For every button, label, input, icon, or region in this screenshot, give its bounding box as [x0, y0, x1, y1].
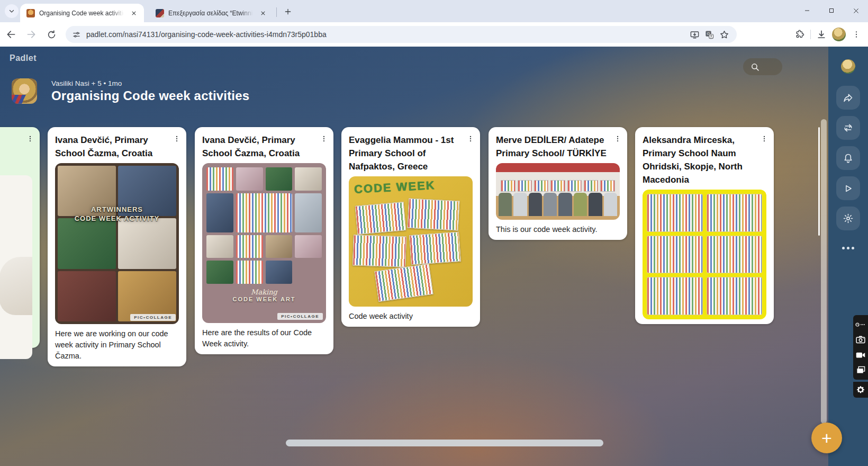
notifications-button[interactable] [836, 146, 860, 170]
post-image[interactable]: Making CODE WEEK ART PIC•COLLAGE [202, 163, 326, 323]
minimize-button[interactable] [795, 0, 819, 21]
post-title: Aleksandra Mirceska, Primary School Naum… [643, 131, 759, 186]
vertical-scrollbar-thumb[interactable] [818, 127, 820, 236]
extensions-button[interactable] [792, 27, 807, 42]
board-author-avatar[interactable] [12, 78, 37, 104]
kebab-menu-icon [320, 135, 328, 143]
browser-profile-avatar[interactable] [832, 28, 846, 41]
post-description: Here are the results of our Code Week ac… [202, 327, 326, 350]
card-menu-button[interactable] [465, 132, 476, 145]
collage-caption: CODE WEEK [354, 178, 436, 196]
remake-loop-icon [843, 122, 854, 133]
photo-cell [236, 167, 263, 191]
collage-caption: Making CODE WEEK ART [202, 288, 326, 302]
post-card-partial[interactable] [0, 127, 40, 348]
translate-button[interactable]: G [702, 27, 717, 42]
url-text[interactable]: padlet.com/nasi74131/organising-code-wee… [86, 30, 687, 39]
post-card[interactable]: Aleksandra Mirceska, Primary School Naum… [635, 127, 774, 324]
search-icon [751, 62, 760, 71]
tab-close-icon[interactable] [258, 8, 268, 18]
copy-windows-icon[interactable] [855, 365, 866, 375]
capture-settings-gear-icon[interactable] [853, 382, 868, 398]
artwork-sheet [408, 199, 460, 231]
post-image[interactable]: ARTWINNERS CODE WEEK ACTIVITY PIC•COLLAG… [55, 163, 179, 324]
address-bar[interactable]: padlet.com/nasi74131/organising-code-wee… [66, 26, 737, 43]
post-image[interactable] [643, 190, 766, 319]
kebab-menu-icon [761, 135, 768, 143]
close-icon [853, 7, 860, 14]
photo-cell [647, 194, 703, 232]
reload-button[interactable] [42, 25, 60, 43]
post-card[interactable]: Ivana Devčić, Primary School Čazma, Croa… [48, 127, 186, 366]
site-settings-tune-icon[interactable] [72, 30, 81, 39]
post-image[interactable] [496, 163, 620, 220]
share-button[interactable] [836, 86, 860, 110]
post-title: Ivana Devčić, Primary School Čazma, Croa… [202, 131, 319, 160]
post-card[interactable]: Ivana Devčić, Primary School Čazma, Croa… [195, 127, 333, 354]
photo-cell [58, 218, 116, 268]
kebab-menu-icon [173, 135, 180, 143]
back-arrow-icon [6, 29, 16, 40]
vertical-scrollbar-track[interactable] [821, 119, 827, 424]
capture-menu-icon[interactable] [855, 319, 866, 330]
tab-etwinning[interactable]: Επεξεργασία σελίδας “Etwinnin [149, 4, 273, 22]
card-menu-button[interactable] [171, 132, 182, 145]
kebab-menu-icon [467, 135, 474, 143]
more-options-button[interactable] [836, 241, 860, 254]
settings-button[interactable] [836, 207, 860, 230]
photo-collage [202, 163, 326, 288]
slideshow-button[interactable] [836, 176, 860, 200]
photo-cell [707, 236, 763, 274]
photo-cell [266, 167, 293, 191]
padlet-sidebar [828, 47, 868, 466]
horizontal-scrollbar-thumb[interactable] [286, 440, 603, 446]
tab-favicon [156, 9, 164, 17]
photo-cell [647, 236, 703, 274]
kebab-menu-icon [26, 135, 34, 143]
downloads-button[interactable] [814, 27, 829, 42]
post-card[interactable]: Evaggelia Mammou - 1st Primary School of… [341, 127, 480, 327]
maximize-button[interactable] [819, 0, 844, 21]
forward-button[interactable] [22, 25, 40, 43]
minimize-icon [804, 7, 810, 14]
photo-cell [266, 261, 293, 284]
back-button[interactable] [2, 25, 20, 43]
kebab-menu-icon [852, 30, 861, 39]
tab-divider [276, 7, 277, 17]
photo-cell [206, 167, 233, 191]
search-button[interactable] [743, 58, 782, 75]
card-menu-button[interactable] [319, 132, 329, 145]
tab-favicon [26, 9, 35, 17]
padlet-logo[interactable]: Padlet [10, 53, 37, 63]
record-video-icon[interactable] [855, 350, 866, 360]
tab-search-button[interactable] [5, 4, 19, 18]
photo-cell [236, 261, 263, 284]
artwork-sheet [352, 235, 406, 267]
screenshot-camera-icon[interactable] [855, 335, 866, 345]
photo-cell [206, 261, 233, 284]
user-avatar[interactable] [841, 59, 855, 74]
post-title: Evaggelia Mammou - 1st Primary School of… [349, 131, 465, 173]
post-title: Merve DEDİLER/ Adatepe Primary School/ T… [496, 131, 612, 160]
photo-cell [295, 193, 322, 232]
card-menu-button[interactable] [612, 132, 623, 145]
close-window-button[interactable] [844, 0, 868, 21]
bookmark-star-button[interactable] [717, 27, 731, 42]
post-card[interactable]: Merve DEDİLER/ Adatepe Primary School/ T… [489, 127, 627, 240]
install-monitor-icon [690, 30, 700, 40]
card-menu-button[interactable] [25, 132, 35, 145]
install-app-button[interactable] [687, 27, 702, 42]
post-image[interactable] [0, 175, 32, 359]
padlet-wall: Padlet Vasiliki Nasi + 5 • 1mo Organisin… [0, 47, 868, 466]
post-description: Code week activity [349, 311, 473, 322]
share-arrow-icon [843, 92, 854, 103]
tab-padlet[interactable]: Organising Code week activities [20, 4, 144, 22]
post-image[interactable]: CODE WEEK [349, 176, 473, 307]
new-tab-button[interactable] [281, 5, 295, 19]
tab-close-icon[interactable] [129, 8, 139, 18]
photo-papers-row [501, 180, 614, 192]
add-post-button[interactable]: + [811, 423, 842, 453]
remake-button[interactable] [836, 116, 860, 140]
browser-menu-button[interactable] [849, 27, 864, 42]
card-menu-button[interactable] [759, 132, 770, 145]
